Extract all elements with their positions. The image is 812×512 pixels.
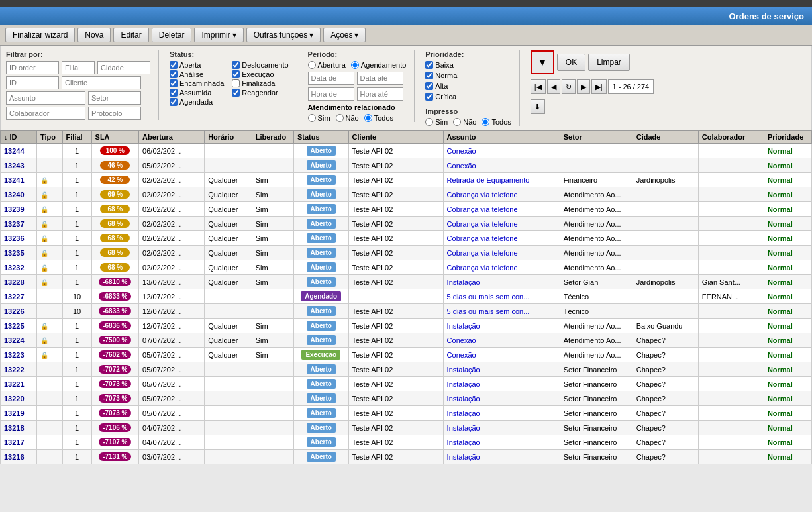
- assunto-input[interactable]: [6, 91, 85, 105]
- cell-assunto: Cobrança via telefone: [443, 217, 560, 231]
- status-execucao-check[interactable]: [232, 70, 240, 78]
- refresh-button[interactable]: ↻: [562, 79, 576, 94]
- priority-baixa-check[interactable]: [425, 61, 433, 69]
- col-header-assunto[interactable]: Assunto: [443, 131, 560, 144]
- col-header-colaborador[interactable]: Colaborador: [698, 131, 764, 144]
- id-order-input[interactable]: [6, 61, 59, 74]
- status-reagendar-check[interactable]: [232, 89, 240, 97]
- download-button[interactable]: ⬇: [531, 99, 545, 114]
- col-header-cliente[interactable]: Cliente: [348, 131, 443, 144]
- col-header-status[interactable]: Status: [293, 131, 348, 144]
- atendimento-nao-radio[interactable]: [336, 114, 344, 122]
- hora-de-input[interactable]: [308, 87, 354, 101]
- status-agendada-check[interactable]: [170, 98, 178, 106]
- hora-ate-input[interactable]: [357, 87, 403, 101]
- table-row[interactable]: 13224 🔒 1 -7500 % 07/07/202... Qualquer …: [1, 333, 812, 348]
- cell-status: Aberto: [293, 406, 348, 421]
- first-page-button[interactable]: |◀: [531, 79, 546, 94]
- setor-input[interactable]: [88, 91, 141, 105]
- cell-cidade: Chapec?: [633, 362, 698, 377]
- col-header-id[interactable]: ↓ ID: [1, 131, 37, 144]
- table-row[interactable]: 13217 1 -7107 % 04/07/202... Aberto Test…: [1, 435, 812, 450]
- status-encaminhada-check[interactable]: [170, 79, 178, 87]
- table-row[interactable]: 13237 🔒 1 68 % 02/02/202... Qualquer Sim…: [1, 217, 812, 231]
- filial-input[interactable]: [62, 61, 95, 74]
- cliente-input[interactable]: [62, 76, 141, 89]
- table-row[interactable]: 13227 10 -6833 % 12/07/202... Agendado 5…: [1, 289, 812, 304]
- table-row[interactable]: 13219 1 -7073 % 05/07/202... Aberto Test…: [1, 406, 812, 421]
- col-header-filial[interactable]: Filial: [62, 131, 91, 144]
- table-row[interactable]: 13244 1 100 % 06/02/202... Aberto Teste …: [1, 144, 812, 158]
- acoes-button[interactable]: Ações ▾: [323, 28, 366, 42]
- table-row[interactable]: 13241 🔒 1 42 % 02/02/202... Qualquer Sim…: [1, 173, 812, 187]
- status-deslocamento-check[interactable]: [232, 61, 240, 69]
- period-abertura-radio[interactable]: [308, 61, 316, 69]
- col-header-tipo[interactable]: Tipo: [37, 131, 63, 144]
- cidade-input[interactable]: [97, 61, 150, 74]
- table-row[interactable]: 13236 🔒 1 68 % 02/02/202... Qualquer Sim…: [1, 231, 812, 246]
- status-aberta-check[interactable]: [170, 61, 178, 69]
- editar-button[interactable]: Editar: [113, 28, 148, 42]
- prev-page-button[interactable]: ◀: [547, 79, 560, 94]
- col-header-horario[interactable]: Horário: [205, 131, 252, 144]
- col-header-cidade[interactable]: Cidade: [633, 131, 698, 144]
- period-agendamento-radio[interactable]: [351, 61, 359, 69]
- impresso-nao-radio[interactable]: [453, 118, 461, 126]
- priority-critica-check[interactable]: [425, 93, 433, 101]
- table-row[interactable]: 13226 10 -6833 % 12/07/202... Aberto Tes…: [1, 304, 812, 319]
- lock-icon: 🔒: [40, 250, 48, 257]
- status-assumida-check[interactable]: [170, 89, 178, 97]
- table-row[interactable]: 13235 🔒 1 68 % 02/02/202... Qualquer Sim…: [1, 246, 812, 260]
- impresso-todos-radio[interactable]: [482, 118, 489, 126]
- filter-icon-button[interactable]: ▼: [531, 50, 554, 74]
- nova-button[interactable]: Nova: [77, 28, 111, 42]
- cell-status: Aberto: [293, 435, 348, 450]
- col-header-sla[interactable]: SLA: [91, 131, 139, 144]
- next-page-button[interactable]: ▶: [577, 79, 590, 94]
- data-de-input[interactable]: [308, 72, 354, 85]
- col-header-prioridade[interactable]: Prioridade: [764, 131, 811, 144]
- colaborador-input[interactable]: [6, 107, 85, 120]
- cell-colaborador: [698, 333, 764, 348]
- table-row[interactable]: 13223 🔒 1 -7602 % 05/07/202... Qualquer …: [1, 348, 812, 362]
- data-ate-input[interactable]: [357, 72, 403, 85]
- atendimento-todos-radio[interactable]: [364, 114, 372, 122]
- col-header-liberado[interactable]: Liberado: [252, 131, 293, 144]
- finalizar-wizard-button[interactable]: Finalizar wizard: [5, 28, 75, 42]
- imprimir-button[interactable]: Imprimir ▾: [194, 28, 243, 42]
- table-row[interactable]: 13220 1 -7073 % 05/07/202... Aberto Test…: [1, 391, 812, 406]
- table-row[interactable]: 13218 1 -7106 % 04/07/202... Aberto Test…: [1, 421, 812, 435]
- status-finalizada: Finalizada: [232, 79, 288, 87]
- cell-filial: 1: [62, 187, 91, 202]
- status-finalizada-check[interactable]: [232, 79, 240, 87]
- outras-funcoes-button[interactable]: Outras funções ▾: [246, 28, 321, 42]
- cell-cidade: Chapec?: [633, 450, 698, 464]
- protocolo-input[interactable]: [88, 107, 141, 120]
- last-page-button[interactable]: ▶|: [591, 79, 607, 94]
- priority-alta-check[interactable]: [425, 82, 433, 90]
- table-row[interactable]: 13216 1 -7131 % 03/07/202... Aberto Test…: [1, 450, 812, 464]
- filter-section: Filtrar por: Status:: [0, 46, 812, 130]
- col-header-setor[interactable]: Setor: [560, 131, 633, 144]
- impresso-sim-radio[interactable]: [425, 118, 433, 126]
- col-header-abertura[interactable]: Abertura: [139, 131, 205, 144]
- table-row[interactable]: 13222 1 -7072 % 05/07/202... Aberto Test…: [1, 362, 812, 377]
- table-row[interactable]: 13221 1 -7073 % 05/07/202... Aberto Test…: [1, 377, 812, 391]
- cell-liberado: Sim: [252, 231, 293, 246]
- table-row[interactable]: 13228 🔒 1 -6810 % 13/07/202... Qualquer …: [1, 275, 812, 289]
- table-row[interactable]: 13225 🔒 1 -6836 % 12/07/202... Qualquer …: [1, 319, 812, 333]
- limpar-button[interactable]: Limpar: [588, 54, 630, 71]
- id-input[interactable]: [6, 76, 59, 89]
- cell-assunto: Instalação: [443, 362, 560, 377]
- cell-colaborador: [698, 435, 764, 450]
- deletar-button[interactable]: Deletar: [152, 28, 192, 42]
- cell-cidade: Jardinópolis: [633, 173, 698, 187]
- priority-normal-check[interactable]: [425, 72, 433, 79]
- status-analise-check[interactable]: [170, 70, 178, 78]
- atendimento-sim-radio[interactable]: [308, 114, 316, 122]
- table-row[interactable]: 13232 🔒 1 68 % 02/02/202... Qualquer Sim…: [1, 260, 812, 275]
- table-row[interactable]: 13239 🔒 1 68 % 02/02/202... Qualquer Sim…: [1, 202, 812, 217]
- table-row[interactable]: 13240 🔒 1 69 % 02/02/202... Qualquer Sim…: [1, 187, 812, 202]
- table-row[interactable]: 13243 1 46 % 05/02/202... Aberto Teste A…: [1, 158, 812, 173]
- ok-button[interactable]: OK: [557, 54, 585, 71]
